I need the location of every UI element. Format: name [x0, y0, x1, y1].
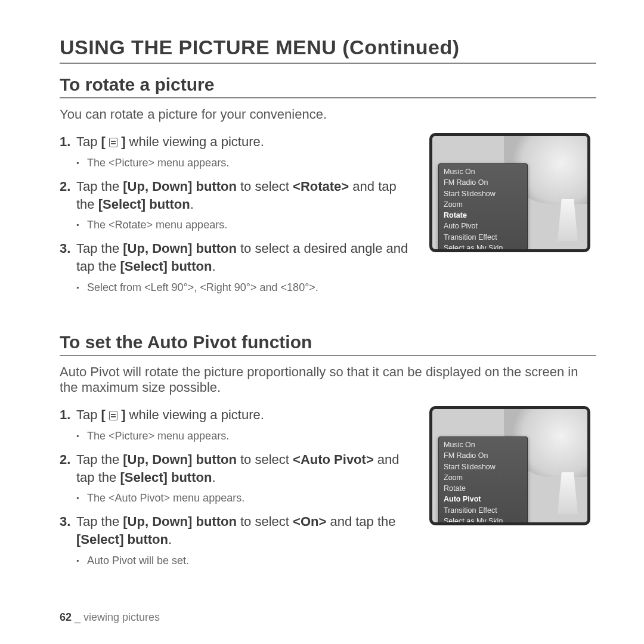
autopivot-step2-sub: The <Auto Pivot> menu appears. — [76, 491, 417, 506]
rotate-step2-sub: The <Rotate> menu appears. — [76, 218, 417, 233]
text: <Rotate> — [293, 179, 349, 194]
menu-item: Zoom — [439, 472, 527, 483]
text: while viewing a picture. — [126, 407, 264, 422]
rotate-intro: You can rotate a picture for your conven… — [60, 107, 596, 122]
text: <Auto Pivot> — [293, 452, 374, 467]
picture-menu-popup: Music On FM Radio On Start Slideshow Zoo… — [438, 436, 528, 525]
rotate-step-1: Tap [ ] while viewing a picture. The <Pi… — [60, 133, 417, 171]
menu-item-selected: Rotate — [439, 210, 527, 221]
autopivot-step3-sub: Auto Pivot will be set. — [76, 553, 417, 568]
bracket: [ ] — [101, 407, 126, 422]
menu-item: Music On — [439, 166, 527, 177]
menu-item: Rotate — [439, 483, 527, 494]
autopivot-steps: Tap [ ] while viewing a picture. The <Pi… — [60, 406, 417, 568]
menu-item: FM Radio On — [439, 177, 527, 188]
text: [Up, Down] button — [123, 452, 237, 467]
text: Tap the — [76, 514, 123, 529]
text: Tap — [76, 134, 101, 149]
rotate-step-2: Tap the [Up, Down] button to select <Rot… — [60, 178, 417, 233]
menu-item: Transition Effect — [439, 505, 527, 516]
menu-item: Select as My Skin — [439, 243, 527, 252]
page-footer: 62 _ viewing pictures — [60, 611, 160, 624]
page-number: 62 — [60, 611, 72, 623]
text: . — [168, 532, 172, 547]
page-title: USING THE PICTURE MENU (Continued) — [60, 36, 596, 64]
text: [Select] button — [76, 532, 168, 547]
picture-menu-popup: Music On FM Radio On Start Slideshow Zoo… — [438, 163, 528, 252]
text: while viewing a picture. — [126, 134, 264, 149]
text: Tap the — [76, 452, 123, 467]
menu-item: Auto Pivot — [439, 221, 527, 231]
menu-item-selected: Auto Pivot — [439, 494, 527, 504]
text: to select — [237, 514, 293, 529]
menu-icon — [109, 411, 117, 420]
text: [Up, Down] button — [123, 514, 237, 529]
text: <On> — [293, 514, 326, 529]
footer-sep: _ — [72, 611, 83, 623]
rotate-steps: Tap [ ] while viewing a picture. The <Pi… — [60, 133, 417, 295]
menu-icon — [109, 138, 117, 147]
device-screenshot-autopivot: Music On FM Radio On Start Slideshow Zoo… — [429, 406, 590, 525]
autopivot-intro: Auto Pivot will rotate the picture propo… — [60, 364, 596, 395]
text: . — [190, 197, 194, 212]
text: [Select] button — [98, 197, 190, 212]
autopivot-step-2: Tap the [Up, Down] button to select <Aut… — [60, 451, 417, 506]
menu-item: Select as My Skin — [439, 516, 527, 525]
text: ] — [117, 134, 125, 149]
rotate-step1-sub: The <Picture> menu appears. — [76, 156, 417, 171]
menu-item: Start Slideshow — [439, 462, 527, 472]
autopivot-step1-sub: The <Picture> menu appears. — [76, 429, 417, 444]
text: Tap the — [76, 179, 123, 194]
text: [Up, Down] button — [123, 179, 237, 194]
menu-item: FM Radio On — [439, 450, 527, 461]
text: to select — [237, 452, 293, 467]
footer-label: viewing pictures — [83, 611, 160, 623]
text: [Select] button — [120, 470, 212, 485]
text: [ — [101, 134, 109, 149]
text: . — [212, 470, 215, 485]
text: Tap the — [76, 241, 123, 256]
text: and tap the — [326, 514, 395, 529]
menu-item: Start Slideshow — [439, 188, 527, 199]
autopivot-step-3: Tap the [Up, Down] button to select <On>… — [60, 513, 417, 568]
text: to select — [237, 179, 293, 194]
autopivot-step-1: Tap [ ] while viewing a picture. The <Pi… — [60, 406, 417, 444]
text: ] — [117, 407, 125, 422]
rotate-step3-sub: Select from <Left 90°>, <Right 90°> and … — [76, 280, 417, 295]
menu-item: Music On — [439, 439, 527, 450]
text: Tap — [76, 407, 101, 422]
rotate-step-3: Tap the [Up, Down] button to select a de… — [60, 240, 417, 295]
text: [Up, Down] button — [123, 241, 237, 256]
text: . — [212, 259, 215, 274]
menu-item: Transition Effect — [439, 232, 527, 243]
device-screenshot-rotate: Music On FM Radio On Start Slideshow Zoo… — [429, 133, 590, 252]
menu-item: Zoom — [439, 199, 527, 210]
bracket: [ ] — [101, 134, 126, 149]
text: [ — [101, 407, 109, 422]
section-autopivot-title: To set the Auto Pivot function — [60, 332, 596, 356]
section-rotate-title: To rotate a picture — [60, 75, 596, 98]
text: [Select] button — [120, 259, 212, 274]
